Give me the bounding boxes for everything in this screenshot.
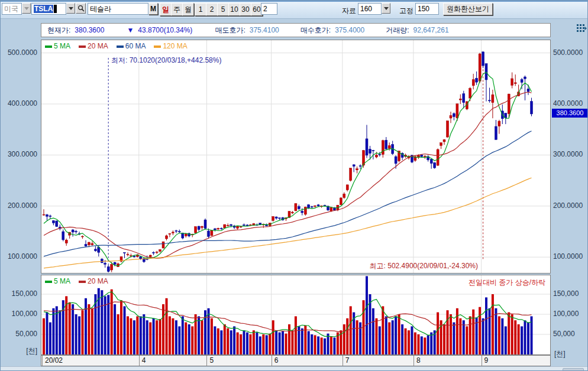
x-axis-tick xyxy=(413,356,414,366)
current-price-badge: 380.3600 xyxy=(552,109,588,118)
legend-swatch-icon xyxy=(45,281,52,283)
x-axis-label: 20/02 xyxy=(45,356,63,365)
fixed-input-value: 150 xyxy=(418,5,429,13)
period-button-2[interactable]: 주 xyxy=(171,3,183,16)
data-count-value: 160 xyxy=(360,5,372,13)
volume-tick-left: 150,000 xyxy=(1,289,37,298)
x-axis-label: 9 xyxy=(484,356,489,365)
symbol-input[interactable]: TSLA xyxy=(31,3,66,15)
volume-tick-left: 100,000 xyxy=(1,310,37,318)
price-tick-right: 200.0000 xyxy=(553,201,583,210)
volume-tick-right: 150,000 xyxy=(553,289,579,298)
legend-swatch-icon xyxy=(79,281,86,283)
resize-grip[interactable] xyxy=(563,368,584,371)
change-value: 43.8700(10.34%) xyxy=(138,26,192,34)
interval-button-10[interactable]: 10 xyxy=(228,3,240,16)
symbol-dropdown-button[interactable] xyxy=(66,3,75,14)
x-axis-label: 6 xyxy=(274,356,279,365)
legend-item: 60 MA xyxy=(117,42,146,50)
volume-tick-right: 100,000 xyxy=(553,310,579,318)
x-axis-tick xyxy=(482,356,482,366)
chevron-down-icon xyxy=(24,7,29,12)
legend-item: 5 MA xyxy=(45,42,70,50)
chevron-down-icon xyxy=(69,7,73,12)
search-icon xyxy=(77,5,85,12)
down-arrow-icon: ▼ xyxy=(127,26,134,34)
low-annotation: 최저: 70.1020(20/03/18,+442.58%) xyxy=(111,56,221,66)
price-tick-right: 500.0000 xyxy=(553,48,583,57)
legend-item: 20 MA xyxy=(79,277,108,285)
period-button-1[interactable]: 일 xyxy=(160,3,172,16)
legend-swatch-icon xyxy=(154,45,161,48)
volume-tick-right: 50,000 xyxy=(553,330,575,338)
price-legend: 5 MA20 MA60 MA120 MA xyxy=(45,42,188,50)
symbol-name-field[interactable]: 테슬라 xyxy=(88,3,148,15)
toolbar: 미국 TSLA 테슬라 M 일주월 125103060 2 자료 160 xyxy=(1,1,588,19)
volume-note: 전일대비 종가 상승/하락 xyxy=(469,278,545,288)
volume-unit-label-right: [천] xyxy=(554,349,566,359)
market-dropdown-button[interactable] xyxy=(22,3,31,14)
interval-input[interactable]: 2 xyxy=(261,3,277,15)
interval-button-30[interactable]: 30 xyxy=(240,3,251,16)
volume-chart-pane[interactable]: 5 MA20 MA 전일대비 종가 상승/하락 xyxy=(41,275,551,355)
x-axis-tick xyxy=(272,356,272,366)
bid-label: 매수호가: xyxy=(301,25,331,35)
m-button[interactable]: M xyxy=(148,3,158,15)
data-count-select[interactable]: 160 xyxy=(358,3,382,15)
market-select-value: 미국 xyxy=(4,4,18,14)
bottom-strip xyxy=(1,366,588,371)
volume-value: 92,647,261 xyxy=(413,26,449,34)
high-annotation: 최고: 502.4900(20/09/01,-24.30%) xyxy=(370,261,478,271)
symbol-name-value: 테슬라 xyxy=(90,4,111,14)
period-button-3[interactable]: 월 xyxy=(182,3,194,16)
panel-dock-icon[interactable] xyxy=(577,24,587,35)
interval-button-2[interactable]: 2 xyxy=(206,3,218,16)
quote-info-bar: 현재가: 380.3600 ▼ 43.8700(10.34%) 매도호가: 37… xyxy=(41,23,551,37)
x-axis-tick xyxy=(42,356,43,366)
current-price-label: 현재가: xyxy=(47,25,70,35)
market-select[interactable]: 미국 xyxy=(2,3,22,15)
data-count-label: 자료 xyxy=(342,6,356,16)
x-axis-row: 20/02456789 xyxy=(41,355,551,366)
ask-value: 375.4100 xyxy=(250,26,279,34)
interval-input-value: 2 xyxy=(263,5,267,13)
legend-item: 20 MA xyxy=(79,42,108,50)
chart-window: 미국 TSLA 테슬라 M 일주월 125103060 2 자료 160 xyxy=(0,0,588,371)
volume-tick-left: 50,000 xyxy=(1,330,37,338)
legend-swatch-icon xyxy=(79,45,86,48)
krw-convert-button[interactable]: 원화환산보기 xyxy=(443,3,493,15)
symbol-input-value: TSLA xyxy=(34,5,53,13)
price-tick-left: 300.0000 xyxy=(1,150,37,158)
legend-item: 5 MA xyxy=(45,277,70,285)
price-tick-left: 100.0000 xyxy=(1,252,37,261)
interval-button-1[interactable]: 1 xyxy=(195,3,206,16)
x-axis-tick xyxy=(139,356,140,366)
x-axis-label: 7 xyxy=(345,356,350,365)
x-axis-label: 5 xyxy=(209,356,214,365)
x-axis-tick xyxy=(206,356,207,366)
x-axis-tick xyxy=(343,356,343,366)
price-tick-left: 200.0000 xyxy=(1,201,37,210)
data-count-dropdown-button[interactable] xyxy=(382,3,390,14)
fixed-label: 고정 xyxy=(399,6,413,16)
legend-item: 120 MA xyxy=(154,42,187,50)
legend-swatch-icon xyxy=(45,45,52,48)
bid-value: 375.4000 xyxy=(335,26,364,34)
volume-unit-label-left: [천] xyxy=(1,346,37,356)
x-axis-label: 4 xyxy=(142,356,146,365)
price-tick-left: 400.0000 xyxy=(1,99,37,108)
price-tick-right: 300.0000 xyxy=(553,150,583,158)
interval-button-5[interactable]: 5 xyxy=(217,3,229,16)
current-price-value: 380.3600 xyxy=(75,26,104,34)
candlestick-chart[interactable] xyxy=(41,40,550,273)
volume-legend: 5 MA20 MA xyxy=(45,277,108,285)
price-tick-left: 500.0000 xyxy=(1,48,37,57)
price-chart-pane[interactable]: 5 MA20 MA60 MA120 MA 최저: 70.1020(20/03/1… xyxy=(41,40,551,274)
ask-label: 매도호가: xyxy=(215,25,245,35)
chevron-down-icon xyxy=(384,7,389,12)
symbol-search-button[interactable] xyxy=(76,3,86,14)
fixed-input[interactable]: 150 xyxy=(415,3,439,15)
volume-label: 거래량: xyxy=(386,25,409,35)
text-caret xyxy=(54,5,57,13)
x-axis-label: 8 xyxy=(416,356,421,365)
